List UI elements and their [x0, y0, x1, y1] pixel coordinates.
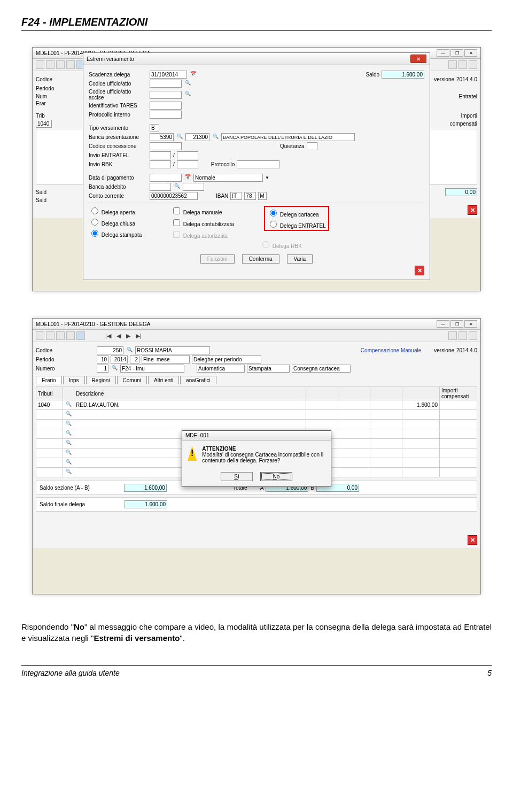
toolbar-icon[interactable] — [458, 60, 467, 69]
table-row[interactable]: 🔍 — [36, 420, 477, 429]
search-icon[interactable]: 🔍 — [184, 80, 191, 88]
cc-input[interactable] — [150, 192, 198, 200]
btn-varia[interactable]: Varia — [287, 254, 313, 264]
toolbar-help-icon[interactable] — [76, 331, 85, 340]
search-icon[interactable]: 🔍 — [65, 421, 72, 428]
toolbar-icon[interactable] — [46, 60, 55, 69]
codacc-input[interactable] — [150, 91, 182, 99]
consegna[interactable] — [292, 365, 351, 373]
per-n[interactable] — [130, 355, 139, 364]
toolbar-icon[interactable] — [469, 60, 477, 69]
red-close-icon[interactable]: ✕ — [468, 205, 477, 215]
radio-chiusa[interactable]: Delega chiusa — [89, 217, 169, 227]
btn-si[interactable]: Sì — [221, 472, 253, 481]
table-row[interactable]: 1040🔍 RED.LAV.AUTON. 1.600,00 — [36, 400, 477, 410]
conc-input[interactable] — [150, 142, 182, 150]
radio-cartacea[interactable]: Delega cartacea — [267, 208, 326, 218]
toolbar-icon[interactable] — [66, 331, 75, 340]
radio-entratel[interactable]: Delega ENTRATEL — [267, 219, 326, 229]
f24imu[interactable] — [120, 365, 184, 373]
nav-first-icon[interactable]: |◀ — [104, 332, 113, 339]
restore-button[interactable]: ❐ — [450, 49, 463, 57]
minimize-button[interactable]: — — [437, 49, 449, 57]
chk-contab[interactable]: Delega contabilizzata — [171, 218, 262, 228]
search-icon[interactable]: 🔍 — [184, 91, 191, 98]
calendar-icon[interactable]: 📅 — [189, 71, 197, 79]
search-icon[interactable]: 🔍 — [126, 347, 133, 354]
stamp[interactable] — [247, 365, 290, 373]
nav-last-icon[interactable]: ▶| — [134, 332, 143, 339]
finemese[interactable] — [142, 355, 190, 364]
search-icon[interactable]: 🔍 — [65, 430, 72, 438]
banca-cab[interactable] — [185, 133, 209, 141]
red-close-icon[interactable]: ✕ — [468, 535, 477, 545]
iban-n[interactable] — [244, 192, 256, 200]
per-m[interactable] — [97, 355, 108, 364]
toolbar-icon[interactable] — [448, 331, 457, 340]
search-icon[interactable]: 🔍 — [65, 440, 72, 447]
btn-no[interactable]: No — [260, 472, 292, 481]
badd2[interactable] — [183, 183, 204, 191]
datapag-input[interactable] — [150, 174, 182, 182]
rbk2[interactable] — [177, 160, 198, 168]
search-icon[interactable]: 🔍 — [111, 365, 118, 373]
tab-regioni[interactable]: Regioni — [86, 376, 116, 384]
radio-stampata[interactable]: Delega stampata — [89, 228, 169, 238]
tipov-input[interactable] — [150, 124, 159, 132]
toolbar-icon[interactable] — [56, 331, 65, 340]
toolbar-icon[interactable] — [56, 60, 65, 69]
toolbar-icon[interactable] — [46, 331, 55, 340]
search-icon[interactable]: 🔍 — [65, 401, 72, 409]
nav-next-icon[interactable]: ▶ — [125, 332, 132, 339]
chevron-down-icon[interactable]: ▼ — [265, 175, 269, 180]
search-icon[interactable]: 🔍 — [65, 469, 72, 476]
iban-c[interactable] — [230, 192, 242, 200]
numero-input[interactable] — [97, 365, 108, 373]
nav-prev-icon[interactable]: ◀ — [115, 332, 122, 339]
search-icon[interactable]: 🔍 — [65, 459, 72, 467]
deleghe[interactable] — [192, 355, 261, 364]
close-button[interactable]: ✕ — [464, 49, 477, 57]
toolbar-icon[interactable] — [458, 331, 467, 340]
normale-select[interactable] — [193, 174, 263, 182]
restore-button[interactable]: ❐ — [450, 320, 463, 328]
radio-aperta[interactable]: Delega aperta — [89, 206, 169, 215]
search-icon[interactable]: 🔍 — [173, 183, 181, 191]
search-icon[interactable]: 🔍 — [65, 450, 72, 457]
search-icon[interactable]: 🔍 — [65, 411, 72, 419]
rbk1[interactable] — [150, 160, 171, 168]
tab-ana[interactable]: anaGrafici — [180, 376, 216, 384]
toolbar-icon[interactable] — [66, 60, 75, 69]
per-y[interactable] — [111, 355, 128, 364]
tares-input[interactable] — [150, 102, 182, 110]
btn-conferma[interactable]: Conferma — [242, 254, 279, 264]
toolbar-icon[interactable] — [469, 331, 477, 340]
search-icon[interactable]: 🔍 — [212, 134, 219, 141]
red-close-icon[interactable]: ✕ — [415, 266, 424, 275]
chk-manuale[interactable]: Delega manuale — [171, 206, 262, 216]
search-icon[interactable]: 🔍 — [176, 134, 183, 141]
calendar-icon[interactable]: 📅 — [184, 174, 191, 182]
quiet-input[interactable] — [307, 142, 317, 150]
auto[interactable] — [197, 365, 245, 373]
toolbar-icon[interactable] — [36, 331, 44, 340]
codice-input[interactable] — [97, 346, 123, 354]
tab-erario[interactable]: Erario — [36, 376, 62, 384]
ent1[interactable] — [150, 151, 171, 159]
dialog-close-button[interactable]: ✕ — [410, 55, 426, 63]
scadenza-input[interactable] — [150, 71, 187, 79]
tab-comuni[interactable]: Comuni — [117, 376, 147, 384]
toolbar-icon[interactable] — [36, 60, 44, 69]
trib-code[interactable] — [36, 120, 52, 128]
tab-inps[interactable]: Inps — [63, 376, 85, 384]
banca-abi[interactable] — [150, 133, 174, 141]
protint-input[interactable] — [150, 111, 182, 119]
cliente-input[interactable] — [135, 346, 210, 354]
minimize-button[interactable]: — — [437, 320, 449, 328]
protocollo-input[interactable] — [237, 160, 279, 168]
ent2[interactable] — [177, 151, 198, 159]
close-button[interactable]: ✕ — [464, 320, 477, 328]
tab-altri[interactable]: Altri enti — [148, 376, 179, 384]
coduff-input[interactable] — [150, 80, 182, 88]
iban-l[interactable] — [258, 192, 267, 200]
